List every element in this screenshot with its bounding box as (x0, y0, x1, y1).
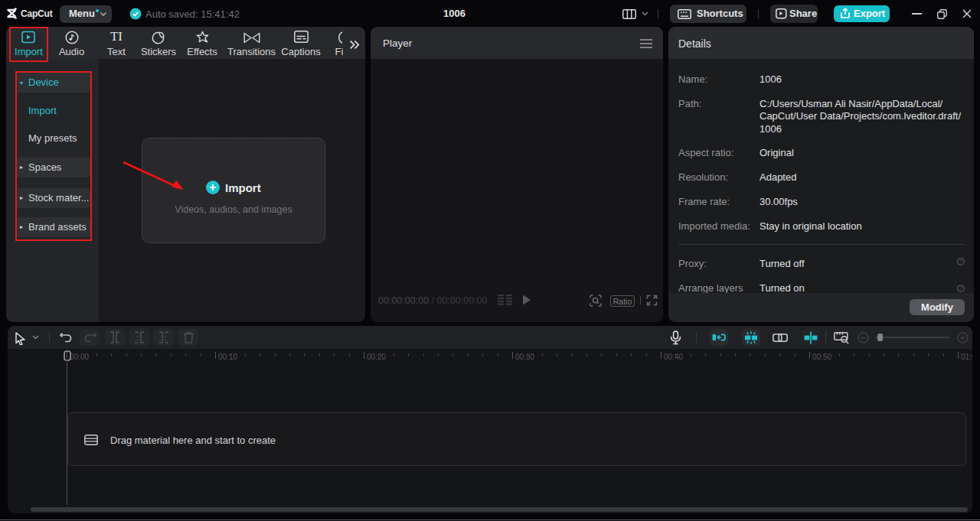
svg-text:?: ? (959, 285, 962, 291)
svg-text:?: ? (959, 259, 962, 264)
